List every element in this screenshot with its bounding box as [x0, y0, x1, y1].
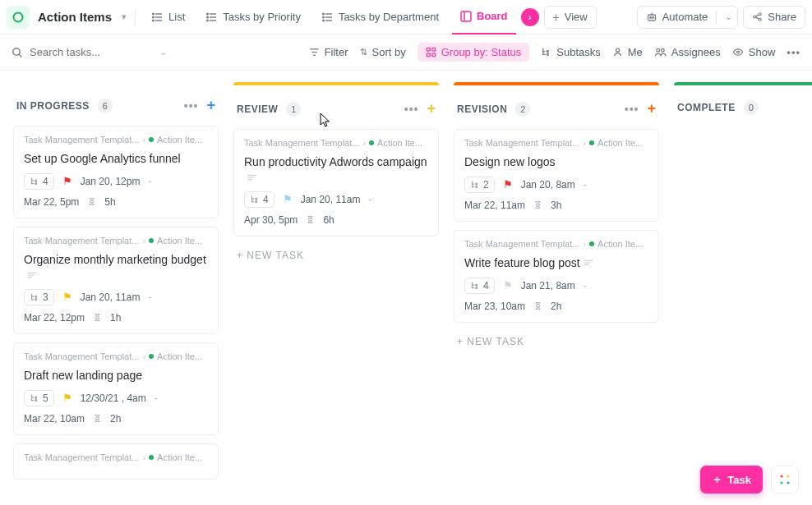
subtask-count[interactable]: 3: [24, 289, 54, 305]
description-icon: [27, 271, 37, 279]
card-due: Jan 21, 8am: [521, 280, 575, 292]
card-date: Mar 22, 5pm: [24, 196, 79, 208]
subtask-count[interactable]: 4: [24, 173, 54, 190]
svg-point-42: [657, 48, 660, 52]
subtasks-label: Subtasks: [556, 46, 600, 58]
card-footer: Mar 22, 10am2h: [24, 413, 208, 425]
svg-point-23: [652, 16, 653, 18]
new-task-button[interactable]: + NEW TASK: [233, 245, 439, 266]
column-more[interactable]: •••: [184, 99, 199, 112]
task-card[interactable]: Task Management Templat...›Action Ite...…: [13, 126, 219, 218]
svg-point-51: [35, 298, 37, 300]
svg-point-12: [207, 20, 209, 21]
view-tab-department[interactable]: Tasks by Department: [314, 0, 447, 34]
board-icon: [460, 11, 472, 22]
column-accent: [454, 82, 659, 85]
group-icon: [426, 47, 436, 57]
search-input[interactable]: [30, 46, 153, 58]
new-task-fab[interactable]: ＋ Task: [700, 466, 763, 494]
column-more[interactable]: •••: [404, 103, 419, 116]
task-card[interactable]: Task Management Templat...›Action Ite...…: [454, 230, 659, 323]
card-row: 4⚑Jan 20, 12pm-: [24, 173, 208, 190]
show-button[interactable]: Show: [732, 46, 776, 58]
add-view-button[interactable]: + View: [544, 6, 597, 29]
subtask-count[interactable]: 5: [24, 390, 54, 406]
chevron-down-icon[interactable]: ⌄: [725, 11, 732, 22]
board[interactable]: IN PROGRESS 6 ••• + Task Management Temp…: [0, 71, 812, 505]
svg-point-68: [780, 481, 782, 484]
card-date: Apr 30, 5pm: [244, 214, 298, 226]
hourglass-icon: [93, 313, 102, 322]
card-est: 5h: [104, 196, 115, 208]
subtask-count[interactable]: 4: [464, 278, 495, 294]
new-task-button[interactable]: + NEW TASK: [454, 331, 659, 352]
apps-button[interactable]: [771, 466, 799, 494]
svg-point-27: [759, 18, 762, 21]
more-options[interactable]: •••: [787, 46, 800, 58]
subtasks-button[interactable]: Subtasks: [541, 46, 600, 58]
chevron-down-icon[interactable]: ⌄: [159, 47, 167, 57]
column-name: COMPLETE: [677, 102, 736, 113]
card-due: Jan 20, 8am: [521, 179, 575, 191]
task-card[interactable]: Task Management Templat...›Action Ite...…: [454, 129, 659, 222]
share-icon: [752, 11, 763, 22]
filter-bar: ⌄ Filter ⇅ Sort by Group by: Status Subt…: [0, 34, 812, 71]
task-card[interactable]: Task Management Templat...›Action Ite...…: [13, 227, 219, 334]
automate-button[interactable]: Automate ⌄: [637, 6, 739, 29]
task-card[interactable]: Task Management Templat...›Action Ite...…: [13, 342, 219, 435]
card-breadcrumb: Task Management Templat...›Action Ite...: [24, 351, 208, 361]
view-tab-list[interactable]: List: [144, 0, 193, 34]
assignees-button[interactable]: Assignees: [654, 46, 721, 58]
chevron-down-icon[interactable]: ▾: [122, 11, 127, 22]
svg-point-39: [547, 50, 549, 52]
priority-flag-icon: ⚑: [503, 279, 513, 292]
column-header: IN PROGRESS 6 ••• +: [13, 90, 219, 117]
me-button[interactable]: Me: [612, 46, 643, 58]
column-name: REVIEW: [237, 103, 278, 115]
robot-icon: [646, 11, 657, 23]
filter-button[interactable]: Filter: [309, 46, 348, 58]
column-header: COMPLETE 0: [674, 94, 812, 118]
view-tab-label: Tasks by Priority: [223, 11, 301, 23]
card-title-wrap: Write feature blog post: [464, 255, 648, 271]
hourglass-icon: [533, 200, 542, 209]
svg-point-67: [787, 475, 789, 477]
task-card[interactable]: Task Management Templat...›Action Ite...: [13, 443, 219, 480]
view-tab-label: Board: [477, 10, 508, 22]
card-title: Design new logos: [464, 155, 556, 168]
add-view-label: View: [565, 11, 588, 23]
column-add[interactable]: +: [647, 100, 656, 117]
eye-icon: [732, 47, 744, 57]
fab-area: ＋ Task: [700, 466, 799, 494]
card-due: Jan 20, 12pm: [81, 176, 141, 187]
subtask-count[interactable]: 2: [464, 177, 495, 193]
column-add[interactable]: +: [427, 100, 436, 117]
svg-point-22: [649, 16, 651, 18]
next-view-button[interactable]: ›: [521, 8, 539, 26]
svg-point-18: [323, 20, 325, 21]
view-tab-label: List: [168, 11, 185, 23]
card-title: Run productivity Adwords campaign: [244, 155, 427, 168]
card-footer: Mar 22, 12pm1h: [24, 312, 208, 324]
svg-point-16: [323, 13, 325, 15]
view-tab-priority[interactable]: Tasks by Priority: [198, 0, 309, 34]
svg-point-66: [780, 475, 782, 477]
svg-point-30: [13, 48, 20, 54]
svg-rect-37: [427, 53, 430, 57]
column-review: REVIEW 1 ••• + Task Management Templat..…: [233, 82, 439, 456]
search-container: ⌄: [12, 46, 184, 58]
list-title[interactable]: Action Items: [35, 10, 115, 24]
column-add[interactable]: +: [206, 97, 215, 114]
view-tab-board[interactable]: Board: [452, 0, 516, 34]
top-bar: Action Items ▾ List Tasks by Priority Ta…: [0, 0, 812, 34]
description-icon: [584, 259, 593, 267]
share-button[interactable]: Share: [743, 6, 805, 29]
group-by-button[interactable]: Group by: Status: [418, 43, 530, 62]
card-breadcrumb: Task Management Templat...›Action Ite...: [24, 452, 208, 462]
subtask-count[interactable]: 4: [244, 191, 275, 208]
task-card[interactable]: Task Management Templat...›Action Ite...…: [233, 129, 439, 236]
sort-button[interactable]: ⇅ Sort by: [360, 46, 406, 58]
column-more[interactable]: •••: [625, 103, 639, 116]
svg-point-10: [207, 13, 209, 15]
card-footer: Apr 30, 5pm6h: [244, 214, 428, 226]
